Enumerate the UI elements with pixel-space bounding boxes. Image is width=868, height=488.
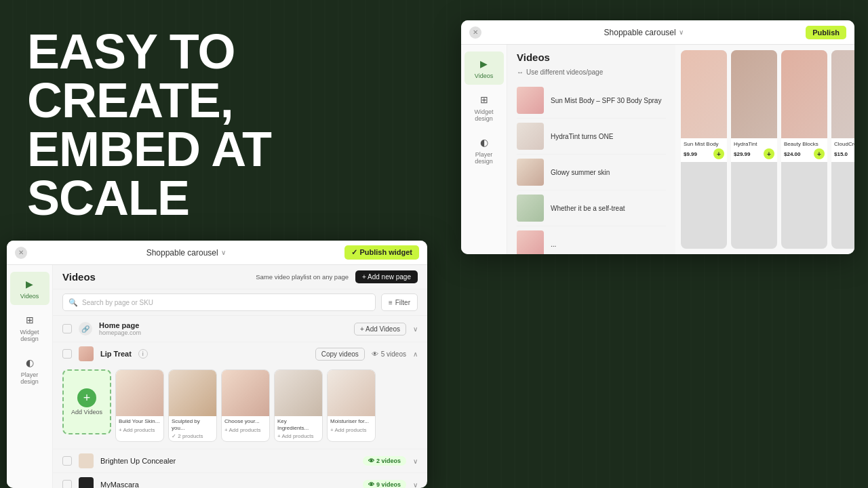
lip-treat-video-card: Moisturiser for... + Add products	[327, 369, 376, 442]
product-rows: Brighten Up Concealer 👁 2 videos ∨ MyMas…	[53, 449, 427, 488]
front-main-content: Videos Same video playlist on any page +…	[53, 265, 427, 488]
product-chevron-icon: ∨	[413, 458, 418, 465]
video-item-name: Whether it be a self-treat	[551, 205, 625, 212]
video-item-name: Sun Mist Body – SPF 30 Body Spray	[551, 97, 661, 104]
front-window-title: Shoppable carousel ∨	[146, 248, 226, 258]
front-videos-title: Videos	[62, 271, 96, 283]
player-design-icon: ◐	[477, 136, 491, 149]
add-products-button[interactable]: + Add products	[328, 426, 375, 435]
back-window-title: Shoppable carousel ∨	[604, 28, 684, 37]
front-sidebar-item-videos[interactable]: ▶ Videos	[10, 272, 50, 305]
video-thumbnail	[517, 195, 544, 222]
preview-add-button[interactable]: +	[764, 148, 774, 159]
back-preview-area: Sun Mist Body $9.99 + HydraTint $29.99 +…	[675, 45, 854, 254]
back-publish-button[interactable]: Publish	[806, 26, 846, 39]
video-thumb-image	[517, 123, 544, 150]
videos-icon: ▶	[477, 57, 491, 70]
back-video-item: Glowy summer skin	[517, 155, 666, 190]
front-sidebar-item-widget-design[interactable]: ⊞ Widget design	[10, 308, 50, 348]
product-name: MyMascara	[100, 481, 356, 488]
add-videos-card[interactable]: + Add Videos	[62, 369, 111, 434]
lip-treat-video-card: Choose your... + Add products	[221, 369, 270, 442]
video-item-name: ...	[551, 241, 556, 248]
preview-card-title: CloudCream™	[834, 141, 854, 147]
preview-card-price: $24.00	[784, 151, 800, 157]
preview-add-button[interactable]: +	[814, 148, 825, 159]
videos-count: 9 videos	[376, 481, 401, 488]
add-products-button[interactable]: + Add products	[116, 426, 163, 435]
preview-card-info: HydraTint $29.99 +	[731, 138, 777, 162]
back-main-content: Videos ↔ Use different videos/page Sun M…	[507, 45, 675, 254]
search-box[interactable]: 🔍 Search by page or SKU	[62, 293, 376, 311]
video-card-label: Build Your Skin...	[116, 416, 163, 426]
back-sidebar: ▶ Videos ⊞ Widget design ◐ Player design	[461, 45, 507, 254]
back-sidebar-item-player-design[interactable]: ◐ Player design	[465, 130, 504, 170]
home-add-videos-button[interactable]: + Add Videos	[354, 323, 406, 336]
home-chevron-icon: ∨	[413, 325, 418, 333]
product-name: Brighten Up Concealer	[100, 457, 356, 465]
widget-design-icon: ⊞	[23, 313, 37, 327]
lip-treat-checkbox[interactable]	[62, 349, 72, 359]
front-window: ✕ Shoppable carousel ∨ ✓ Publish widget …	[7, 241, 427, 488]
add-products-button[interactable]: + Add products	[275, 432, 322, 441]
lip-treat-name: Lip Treat	[100, 350, 132, 358]
product-thumb	[79, 453, 94, 468]
add-new-page-button[interactable]: + Add new page	[355, 270, 418, 283]
front-title-arrow: ∨	[221, 249, 226, 256]
lip-treat-video-card: Build Your Skin... + Add products	[115, 369, 164, 442]
back-videos-title: Videos	[517, 52, 666, 63]
search-placeholder: Search by page or SKU	[82, 299, 153, 306]
video-thumb-image	[517, 230, 544, 254]
home-page-info: Home page homepage.com	[99, 321, 347, 336]
lip-treat-section: Lip Treat i Copy videos 👁 5 videos ∧ + A…	[53, 342, 427, 449]
product-thumb	[79, 477, 94, 488]
preview-card-price: $9.99	[684, 151, 697, 157]
video-card-image	[275, 370, 322, 416]
product-row: Brighten Up Concealer 👁 2 videos ∨	[53, 449, 427, 473]
video-thumbnail	[517, 230, 544, 254]
eye-icon: 👁	[368, 458, 374, 464]
front-videos-header: Videos Same video playlist on any page +…	[53, 265, 427, 289]
add-videos-label: Add Videos	[71, 409, 102, 415]
preview-add-button[interactable]: +	[713, 148, 724, 159]
product-checkbox[interactable]	[62, 456, 72, 466]
sidebar-label: Videos	[475, 73, 493, 79]
video-thumb-image	[517, 159, 544, 186]
sidebar-label: Widget design	[467, 108, 501, 122]
preview-card: HydraTint $29.99 +	[731, 50, 777, 249]
back-video-item: Whether it be a self-treat	[517, 190, 666, 226]
product-chevron-icon: ∨	[413, 481, 418, 488]
add-plus-icon: +	[77, 388, 96, 407]
front-titlebar: ✕ Shoppable carousel ∨ ✓ Publish widget	[7, 241, 427, 265]
add-products-button[interactable]: ✓ 2 products	[169, 432, 216, 441]
back-close-button[interactable]: ✕	[469, 26, 481, 39]
front-sidebar-item-player-design[interactable]: ◐ Player design	[10, 350, 50, 390]
add-products-button[interactable]: + Add products	[222, 426, 269, 435]
back-video-item: HydraTint turns ONE	[517, 119, 666, 155]
preview-card-title: Beauty Blocks	[784, 141, 825, 147]
lip-treat-chevron-icon: ∧	[413, 350, 418, 358]
front-close-button[interactable]: ✕	[15, 247, 27, 259]
product-checkbox[interactable]	[62, 480, 72, 488]
video-card-label: Key Ingredients...	[275, 416, 322, 432]
preview-card-title: HydraTint	[734, 141, 774, 147]
same-playlist-text: Same video playlist on any page	[256, 273, 349, 281]
front-publish-button[interactable]: ✓ Publish widget	[344, 245, 419, 260]
copy-videos-button[interactable]: Copy videos	[315, 348, 365, 361]
video-thumb-image	[517, 87, 544, 114]
video-card-image	[116, 370, 163, 416]
video-card-image	[222, 370, 269, 416]
video-thumb-image	[517, 195, 544, 222]
lip-treat-header: Lip Treat i Copy videos 👁 5 videos ∧	[53, 342, 427, 365]
home-page-checkbox[interactable]	[62, 324, 72, 333]
back-titlebar: ✕ Shoppable carousel ∨ Publish	[461, 20, 854, 45]
preview-card: CloudCream™ $15.0 +	[831, 50, 854, 249]
back-sidebar-item-videos[interactable]: ▶ Videos	[465, 52, 504, 85]
filter-button[interactable]: ≡ Filter	[381, 293, 418, 311]
home-page-link-icon: 🔗	[79, 322, 92, 336]
headline-line2: EMBED AT SCALE	[27, 122, 271, 225]
headline-line1: EASY TO CREATE,	[27, 24, 235, 127]
back-title-arrow: ∨	[679, 28, 684, 36]
back-sidebar-item-widget-design[interactable]: ⊞ Widget design	[465, 87, 504, 127]
home-page-url: homepage.com	[99, 329, 347, 336]
